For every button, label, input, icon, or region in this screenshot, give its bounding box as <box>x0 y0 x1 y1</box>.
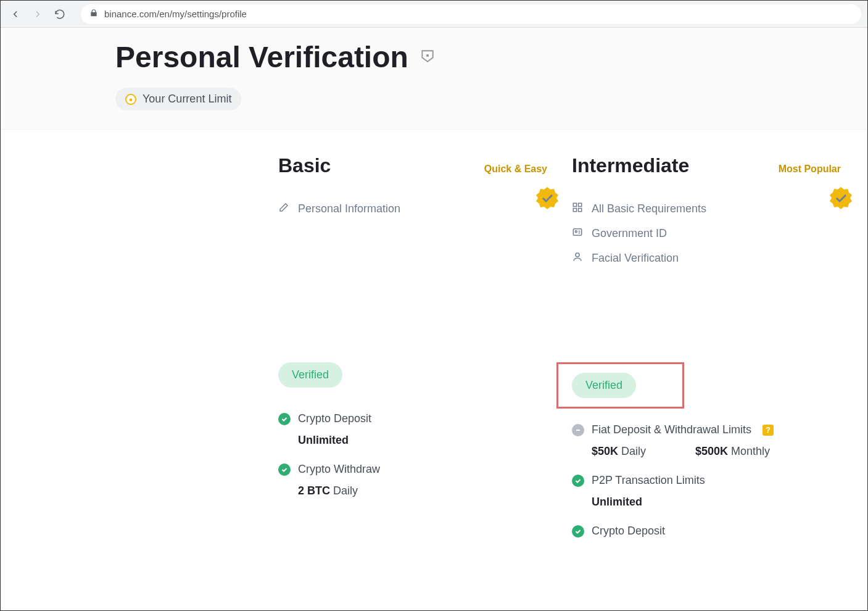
back-button[interactable] <box>7 6 24 23</box>
minus-icon <box>572 424 584 436</box>
check-icon <box>572 525 584 538</box>
id-card-icon <box>572 227 583 240</box>
verified-highlight-box: Verified <box>556 362 684 409</box>
shield-icon <box>420 48 436 67</box>
feature-crypto-deposit-inter: Crypto Deposit <box>572 525 841 538</box>
verified-badge-icon <box>535 186 560 213</box>
reload-button[interactable] <box>51 6 68 23</box>
page-title: Personal Verification <box>115 40 408 74</box>
svg-point-0 <box>426 54 429 56</box>
feature-label: Fiat Deposit & Withdrawal Limits <box>592 423 751 436</box>
req-label: Government ID <box>592 227 667 240</box>
svg-rect-5 <box>579 209 582 212</box>
req-government-id: Government ID <box>572 227 841 240</box>
check-icon <box>278 413 291 425</box>
address-bar[interactable]: binance.com/en/my/settings/profile <box>81 4 861 24</box>
lock-icon <box>89 9 98 19</box>
tiers-container: Basic Quick & Easy Personal Information … <box>1 130 867 546</box>
req-label: All Basic Requirements <box>592 202 706 215</box>
req-personal-info: Personal Information <box>278 202 547 215</box>
person-icon <box>572 251 583 265</box>
tier-basic-tag: Quick & Easy <box>484 164 547 175</box>
feature-fiat-limits: Fiat Deposit & Withdrawal Limits ? <box>572 423 841 436</box>
feature-value: Unlimited <box>298 434 547 447</box>
forward-button[interactable] <box>29 6 46 23</box>
feature-label: Crypto Deposit <box>592 525 665 538</box>
tier-intermediate-tag: Most Popular <box>779 164 841 175</box>
req-all-basic: All Basic Requirements <box>572 202 841 215</box>
edit-icon <box>278 202 289 215</box>
grid-icon <box>572 202 583 215</box>
svg-marker-6 <box>830 187 852 209</box>
feature-p2p-limits: P2P Transaction Limits <box>572 474 841 487</box>
verified-status-intermediate: Verified <box>572 373 636 398</box>
svg-rect-2 <box>573 203 576 206</box>
current-limit-pill[interactable]: ● Your Current Limit <box>115 88 241 110</box>
req-label: Personal Information <box>298 202 400 215</box>
verified-status-basic: Verified <box>278 362 342 388</box>
req-label: Facial Verification <box>592 252 679 265</box>
svg-point-11 <box>576 253 579 257</box>
help-icon[interactable]: ? <box>763 425 774 436</box>
check-icon <box>572 475 584 487</box>
svg-rect-4 <box>573 209 576 212</box>
svg-rect-3 <box>579 203 582 206</box>
check-icon <box>278 463 291 476</box>
tier-intermediate: Intermediate Most Popular All Basic Requ… <box>572 154 866 546</box>
tier-basic: Basic Quick & Easy Personal Information … <box>278 154 572 546</box>
url-text: binance.com/en/my/settings/profile <box>104 9 247 19</box>
feature-label: P2P Transaction Limits <box>592 474 705 487</box>
feature-label: Crypto Deposit <box>298 412 371 425</box>
feature-crypto-deposit: Crypto Deposit <box>278 412 547 425</box>
page-header: Personal Verification ● Your Current Lim… <box>1 28 867 130</box>
limit-dot-icon: ● <box>125 94 136 105</box>
feature-crypto-withdraw: Crypto Withdraw <box>278 463 547 476</box>
tier-basic-title: Basic <box>278 154 331 177</box>
tier-intermediate-title: Intermediate <box>572 154 689 177</box>
browser-toolbar: binance.com/en/my/settings/profile <box>1 1 867 28</box>
feature-value: Unlimited <box>592 496 841 509</box>
svg-point-8 <box>575 231 577 233</box>
current-limit-label: Your Current Limit <box>143 93 231 106</box>
req-facial-verification: Facial Verification <box>572 251 841 265</box>
feature-label: Crypto Withdraw <box>298 463 380 476</box>
feature-value-dual: $50K Daily $500K Monthly <box>592 445 841 458</box>
svg-rect-7 <box>573 229 582 236</box>
verified-badge-icon <box>829 186 853 213</box>
feature-value: 2 BTC Daily <box>298 484 547 497</box>
svg-marker-1 <box>536 187 558 209</box>
